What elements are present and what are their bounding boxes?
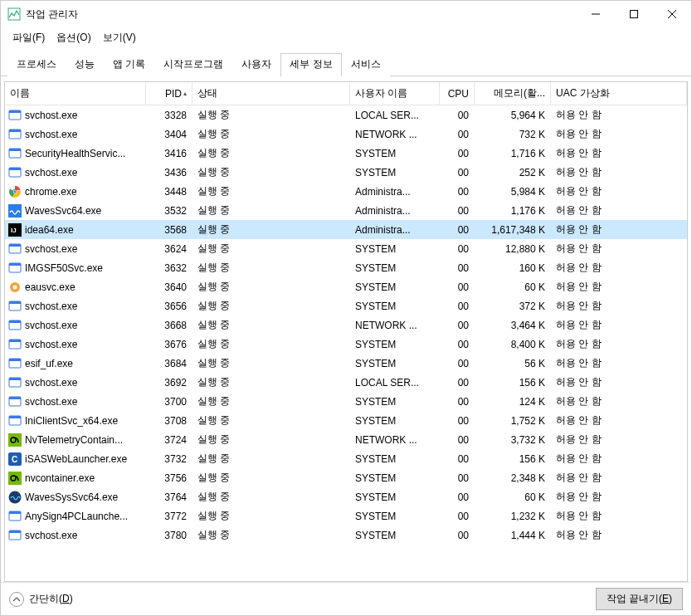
- cell-name: SecurityHealthServic...: [5, 144, 146, 163]
- cell-uac: 허용 안 함: [551, 468, 687, 487]
- process-row[interactable]: svchost.exe3328실행 중LOCAL SER...005,964 K…: [5, 105, 687, 125]
- tab-1[interactable]: 성능: [66, 53, 104, 76]
- cell-name: IniClientSvc_x64.exe: [5, 411, 146, 430]
- col-header-uac[interactable]: UAC 가상화: [551, 82, 687, 105]
- sort-indicator-icon: ▴: [183, 90, 187, 97]
- col-header-name[interactable]: 이름: [5, 82, 146, 105]
- cell-pid: 3404: [146, 125, 192, 144]
- cell-uac: 허용 안 함: [551, 258, 687, 277]
- process-name: IniClientSvc_x64.exe: [25, 415, 118, 427]
- cell-memory: 1,444 K: [475, 526, 551, 545]
- cell-user: SYSTEM: [350, 468, 440, 487]
- cell-cpu: 00: [440, 220, 475, 239]
- cell-name: IMGSF50Svc.exe: [5, 258, 146, 277]
- cell-status: 실행 중: [192, 315, 350, 335]
- close-button[interactable]: [653, 1, 691, 27]
- titlebar[interactable]: 작업 관리자: [1, 1, 691, 27]
- cell-user: Administra...: [350, 201, 440, 220]
- cell-name: svchost.exe: [5, 125, 146, 144]
- cell-user: Administra...: [350, 220, 440, 239]
- col-header-pid[interactable]: PID▴: [146, 82, 192, 105]
- menu-view[interactable]: 보기(V): [98, 29, 141, 46]
- col-header-memory[interactable]: 메모리(활...: [475, 82, 551, 105]
- svg-text:IJ: IJ: [11, 227, 17, 234]
- tab-4[interactable]: 사용자: [232, 53, 280, 76]
- col-header-cpu[interactable]: CPU: [440, 82, 475, 105]
- process-list[interactable]: svchost.exe3328실행 중LOCAL SER...005,964 K…: [5, 105, 687, 581]
- process-row[interactable]: svchost.exe3656실행 중SYSTEM00372 K허용 안 함: [5, 296, 687, 315]
- col-header-user[interactable]: 사용자 이름: [350, 82, 440, 105]
- process-row[interactable]: nvcontainer.exe3756실행 중SYSTEM002,348 K허용…: [5, 468, 687, 487]
- cell-cpu: 00: [440, 258, 475, 277]
- process-row[interactable]: IJidea64.exe3568실행 중Administra...001,617…: [5, 220, 687, 239]
- process-icon: [8, 204, 22, 218]
- cell-uac: 허용 안 함: [551, 144, 687, 163]
- process-row[interactable]: svchost.exe3692실행 중LOCAL SER...00156 K허용…: [5, 373, 687, 392]
- process-row[interactable]: svchost.exe3668실행 중NETWORK ...003,464 K허…: [5, 315, 687, 335]
- svg-rect-39: [9, 416, 21, 418]
- process-row[interactable]: IMGSF50Svc.exe3632실행 중SYSTEM00160 K허용 안 …: [5, 258, 687, 277]
- tab-3[interactable]: 시작프로그램: [154, 53, 232, 76]
- cell-user: SYSTEM: [350, 277, 440, 296]
- cell-status: 실행 중: [192, 449, 350, 468]
- tab-2[interactable]: 앱 기록: [104, 53, 154, 76]
- menu-file[interactable]: 파일(F): [7, 29, 50, 46]
- tab-5[interactable]: 세부 정보: [280, 53, 341, 76]
- cell-memory: 1,176 K: [475, 201, 551, 220]
- process-row[interactable]: CiSASWebLauncher.exe3732실행 중SYSTEM00156 …: [5, 449, 687, 468]
- process-row[interactable]: SecurityHealthServic...3416실행 중SYSTEM001…: [5, 144, 687, 163]
- cell-status: 실행 중: [192, 411, 350, 430]
- process-row[interactable]: svchost.exe3404실행 중NETWORK ...00732 K허용 …: [5, 125, 687, 144]
- col-header-status[interactable]: 상태: [192, 82, 350, 105]
- process-row[interactable]: NvTelemetryContain...3724실행 중NETWORK ...…: [5, 430, 687, 449]
- process-row[interactable]: eausvc.exe3640실행 중SYSTEM0060 K허용 안 함: [5, 277, 687, 296]
- process-icon: IJ: [8, 223, 22, 237]
- process-row[interactable]: IniClientSvc_x64.exe3708실행 중SYSTEM001,75…: [5, 411, 687, 430]
- process-row[interactable]: svchost.exe3676실행 중SYSTEM008,400 K허용 안 함: [5, 335, 687, 354]
- minimize-button[interactable]: [577, 1, 615, 27]
- cell-user: SYSTEM: [350, 258, 440, 277]
- process-name: svchost.exe: [25, 530, 77, 541]
- end-task-button[interactable]: 작업 끝내기(E): [596, 588, 683, 610]
- tab-6[interactable]: 서비스: [342, 53, 390, 76]
- cell-uac: 허용 안 함: [551, 125, 687, 144]
- tab-0[interactable]: 프로세스: [7, 53, 66, 76]
- cell-pid: 3416: [146, 144, 192, 163]
- cell-pid: 3780: [146, 526, 192, 545]
- cell-cpu: 00: [440, 105, 475, 125]
- menu-options[interactable]: 옵션(O): [51, 29, 95, 46]
- cell-pid: 3732: [146, 449, 192, 468]
- process-icon: [8, 376, 22, 389]
- process-icon: [8, 128, 22, 141]
- cell-uac: 허용 안 함: [551, 163, 687, 182]
- process-grid: 이름 PID▴ 상태 사용자 이름 CPU 메모리(활... UAC 가상화 s…: [4, 81, 688, 582]
- cell-status: 실행 중: [192, 506, 350, 526]
- cell-status: 실행 중: [192, 526, 350, 545]
- fewer-details[interactable]: 간단히(D): [9, 592, 73, 607]
- cell-memory: 3,464 K: [475, 315, 551, 335]
- cell-name: eausvc.exe: [5, 277, 146, 296]
- cell-cpu: 00: [440, 506, 475, 526]
- svg-rect-27: [9, 301, 21, 304]
- process-name: svchost.exe: [25, 110, 77, 121]
- process-row[interactable]: chrome.exe3448실행 중Administra...005,984 K…: [5, 182, 687, 201]
- cell-cpu: 00: [440, 239, 475, 258]
- cell-status: 실행 중: [192, 430, 350, 449]
- process-row[interactable]: svchost.exe3624실행 중SYSTEM0012,880 K허용 안 …: [5, 239, 687, 258]
- process-name: idea64.exe: [25, 224, 74, 236]
- maximize-button[interactable]: [615, 1, 653, 27]
- cell-pid: 3700: [146, 392, 192, 411]
- process-row[interactable]: WavesSvc64.exe3532실행 중Administra...001,1…: [5, 201, 687, 220]
- process-row[interactable]: svchost.exe3700실행 중SYSTEM00124 K허용 안 함: [5, 392, 687, 411]
- svg-point-25: [13, 285, 17, 289]
- svg-rect-8: [9, 130, 21, 132]
- process-row[interactable]: WavesSysSvc64.exe3764실행 중SYSTEM0060 K허용 …: [5, 487, 687, 506]
- process-name: svchost.exe: [25, 243, 77, 255]
- cell-uac: 허용 안 함: [551, 105, 687, 125]
- process-row[interactable]: AnySign4PCLaunche...3772실행 중SYSTEM001,23…: [5, 506, 687, 526]
- process-row[interactable]: esif_uf.exe3684실행 중SYSTEM0056 K허용 안 함: [5, 354, 687, 373]
- process-row[interactable]: svchost.exe3436실행 중SYSTEM00252 K허용 안 함: [5, 163, 687, 182]
- process-icon: [8, 242, 22, 256]
- cell-user: NETWORK ...: [350, 315, 440, 335]
- process-row[interactable]: svchost.exe3780실행 중SYSTEM001,444 K허용 안 함: [5, 526, 687, 545]
